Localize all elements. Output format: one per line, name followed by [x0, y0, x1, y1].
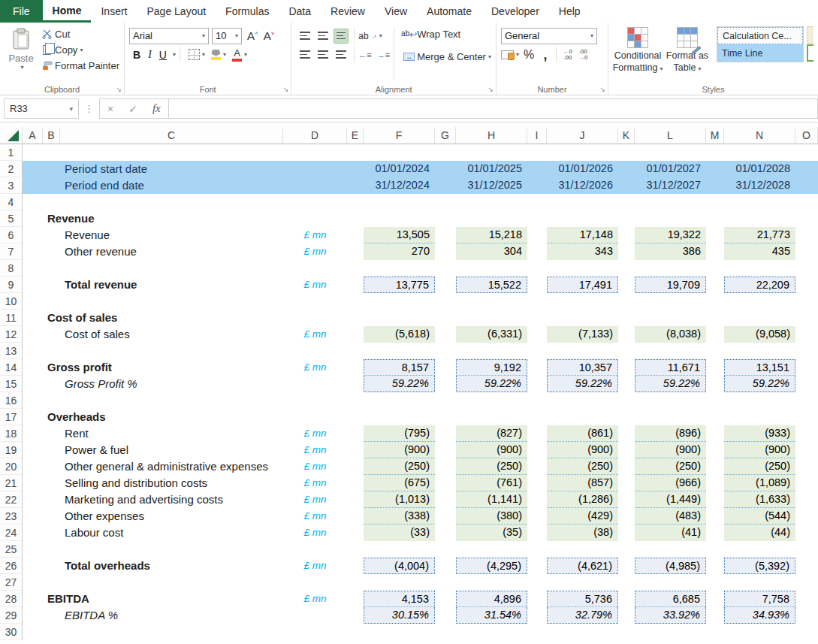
underline-dropdown-icon[interactable]: ▾: [173, 51, 176, 58]
cell-value[interactable]: (38): [547, 525, 618, 541]
accounting-format-icon[interactable]: [501, 50, 514, 59]
cell-value[interactable]: (896): [635, 425, 706, 442]
row-header-2[interactable]: 2: [0, 161, 22, 177]
cell-value[interactable]: 31/12/2027: [635, 177, 706, 194]
insert-function-icon[interactable]: fx: [152, 102, 161, 115]
increase-indent-button[interactable]: →≡: [377, 50, 390, 59]
section-header[interactable]: Gross profit: [23, 359, 283, 376]
row-30[interactable]: [23, 624, 818, 640]
row-header-21[interactable]: 21: [0, 475, 22, 491]
cell-value[interactable]: (4,621): [547, 558, 618, 574]
tab-view[interactable]: View: [375, 0, 417, 23]
name-box-dropdown-icon[interactable]: ▾: [69, 105, 73, 113]
row-header-3[interactable]: 3: [0, 177, 22, 194]
row-20-other-ga-expenses[interactable]: Other general & administrative expenses …: [23, 458, 818, 475]
merge-center-button[interactable]: ↔ Merge & Center ▾: [403, 49, 491, 65]
row-header-16[interactable]: 16: [0, 392, 22, 409]
font-color-button[interactable]: A: [232, 48, 242, 62]
cell-value[interactable]: (8,038): [635, 326, 706, 343]
cell-value[interactable]: (41): [635, 525, 706, 541]
cell-value[interactable]: (675): [364, 475, 435, 491]
cell-label[interactable]: Period end date: [23, 177, 283, 194]
increase-font-size-button[interactable]: A˄: [247, 29, 258, 42]
row-7-other-revenue[interactable]: Other revenue £ mn 270 304 343 386 435: [23, 243, 818, 260]
number-format-select[interactable]: General ▾: [501, 28, 597, 44]
row-21-selling-distribution[interactable]: Selling and distribution costs £ mn (675…: [23, 475, 818, 491]
align-top-button[interactable]: [297, 29, 312, 44]
cell-value[interactable]: (900): [547, 442, 618, 458]
column-header-B[interactable]: B: [43, 127, 60, 144]
row-3-period-end[interactable]: Period end date 31/12/2024 31/12/2025 31…: [23, 177, 818, 194]
cell-value[interactable]: (250): [724, 458, 795, 475]
cell-value[interactable]: 01/01/2025: [456, 161, 527, 177]
font-dialog-launcher-icon[interactable]: ↘: [283, 86, 289, 93]
cell-value[interactable]: (250): [547, 458, 618, 475]
cell-value[interactable]: 343: [547, 243, 618, 260]
cut-button[interactable]: Cut: [41, 26, 119, 42]
cell-value[interactable]: (966): [635, 475, 706, 491]
paste-dropdown-icon[interactable]: ▾: [21, 64, 24, 71]
row-header-17[interactable]: 17: [0, 409, 22, 425]
cell-value[interactable]: 386: [635, 243, 706, 260]
column-header-C[interactable]: C: [60, 127, 283, 144]
cell-value[interactable]: (761): [456, 475, 527, 491]
cell-value[interactable]: 6,685: [635, 591, 706, 607]
row-header-30[interactable]: 30: [0, 624, 22, 640]
number-dialog-launcher-icon[interactable]: ↘: [599, 86, 605, 93]
tab-formulas[interactable]: Formulas: [216, 0, 279, 23]
cell-value[interactable]: 59.22%: [547, 376, 618, 392]
cell-value[interactable]: 59.22%: [456, 376, 527, 392]
cell-value[interactable]: (795): [364, 425, 435, 442]
cell-value[interactable]: 30.15%: [364, 607, 435, 624]
unit-label[interactable]: £ mn: [283, 558, 347, 574]
row-16[interactable]: [23, 392, 818, 409]
row-header-18[interactable]: 18: [0, 425, 22, 442]
increase-decimal-button[interactable]: ←0.00: [563, 49, 572, 61]
section-header[interactable]: Cost of sales: [23, 310, 283, 326]
unit-label[interactable]: £ mn: [283, 458, 347, 475]
align-left-button[interactable]: [297, 47, 312, 62]
cell-value[interactable]: (5,618): [364, 326, 435, 343]
row-header-13[interactable]: 13: [0, 343, 22, 359]
tab-page-layout[interactable]: Page Layout: [137, 0, 216, 23]
cell-value[interactable]: 33.92%: [635, 607, 706, 624]
cell-label[interactable]: Selling and distribution costs: [23, 475, 283, 491]
cell-value[interactable]: 435: [724, 243, 795, 260]
cell-value[interactable]: 31/12/2024: [364, 177, 435, 194]
cell-value[interactable]: (4,004): [364, 558, 435, 574]
wrap-text-button[interactable]: ab↩ Wrap Text: [403, 26, 491, 42]
bold-button[interactable]: B: [133, 49, 140, 61]
cell-value[interactable]: (9,058): [724, 326, 795, 343]
format-as-table-button[interactable]: Format as Table▾: [663, 26, 712, 83]
unit-label[interactable]: £ mn: [283, 591, 347, 607]
section-header[interactable]: Revenue: [23, 210, 283, 227]
column-header-I[interactable]: I: [527, 127, 547, 144]
cell-value[interactable]: (900): [364, 442, 435, 458]
column-header-M[interactable]: M: [706, 127, 724, 144]
cell-value[interactable]: 59.22%: [635, 376, 706, 392]
cell-value[interactable]: 10,357: [547, 359, 618, 376]
row-header-19[interactable]: 19: [0, 442, 22, 458]
column-header-J[interactable]: J: [547, 127, 618, 144]
font-name-select[interactable]: Arial ▾: [129, 28, 209, 44]
row-header-22[interactable]: 22: [0, 491, 22, 508]
cancel-icon[interactable]: ×: [107, 103, 113, 115]
row-6-revenue[interactable]: Revenue £ mn 13,505 15,218 17,148 19,322…: [23, 227, 818, 243]
formula-input[interactable]: [169, 98, 818, 119]
row-10[interactable]: [23, 293, 818, 310]
cell-value[interactable]: (933): [724, 425, 795, 442]
unit-label[interactable]: £ mn: [283, 425, 347, 442]
cell-label[interactable]: Gross Profit %: [23, 376, 283, 392]
unit-label[interactable]: £ mn: [283, 326, 347, 343]
row-28-ebitda[interactable]: EBITDA £ mn 4,153 4,896 5,736 6,685 7,75…: [23, 591, 818, 607]
cell-value[interactable]: (250): [635, 458, 706, 475]
unit-label[interactable]: £ mn: [283, 442, 347, 458]
cell-value[interactable]: (1,013): [364, 491, 435, 508]
tab-automate[interactable]: Automate: [417, 0, 481, 23]
row-11-cost-of-sales-header[interactable]: Cost of sales: [23, 310, 818, 326]
cell-value[interactable]: (900): [635, 442, 706, 458]
cell-value[interactable]: 270: [364, 243, 435, 260]
cell-value[interactable]: 01/01/2026: [547, 161, 618, 177]
cell-value[interactable]: (1,633): [724, 491, 795, 508]
fill-color-dropdown-icon[interactable]: ▾: [223, 51, 226, 58]
